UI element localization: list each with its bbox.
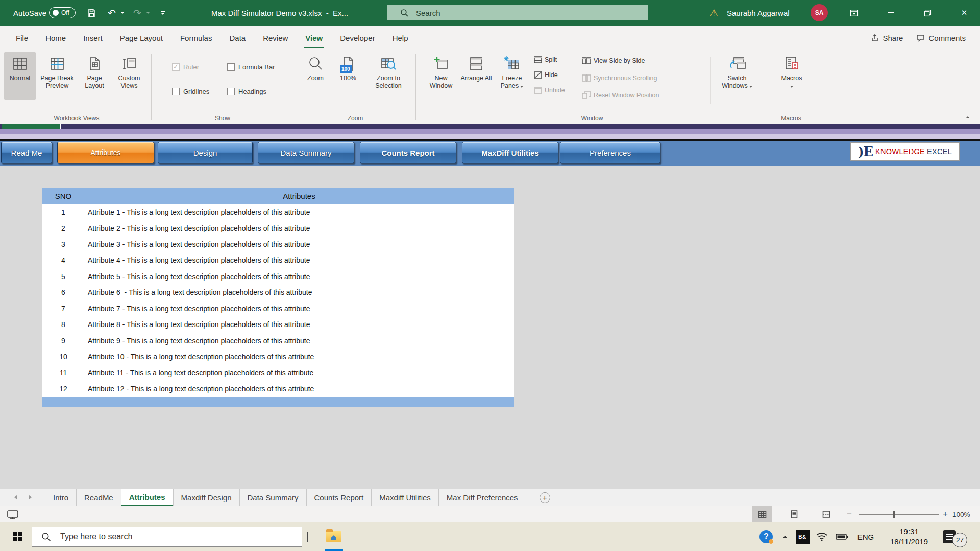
titlebar-search[interactable]: [387, 5, 648, 20]
row-attribute-cell[interactable]: Attribute 5 - This is a long text descri…: [84, 272, 514, 281]
nav-button[interactable]: Data Summary: [258, 142, 354, 163]
gridlines-checkbox[interactable]: Gridlines: [172, 88, 209, 95]
redo-dropdown-icon[interactable]: [146, 10, 151, 15]
sheet-tab[interactable]: Max Diff Preferences: [438, 489, 526, 506]
headings-checkbox[interactable]: Headings: [227, 88, 266, 95]
ribbon-tab[interactable]: View: [297, 26, 331, 50]
share-button[interactable]: Share: [871, 34, 903, 42]
sheet-tab[interactable]: Intro: [45, 489, 76, 506]
zoom-out-button[interactable]: −: [844, 506, 855, 522]
ribbon-display-options-button[interactable]: [842, 0, 866, 26]
sheet-tab[interactable]: Attributes: [121, 489, 173, 506]
close-button[interactable]: ✕: [952, 0, 976, 26]
zoom-to-selection-button[interactable]: Zoom to Selection: [365, 52, 411, 100]
autosave-toggle[interactable]: Off: [49, 7, 76, 18]
taskbar-search[interactable]: [32, 527, 302, 547]
formula-bar-checkbox[interactable]: Formula Bar: [227, 63, 275, 71]
nav-button[interactable]: Attributes: [57, 142, 154, 163]
ribbon-tab[interactable]: Formulas: [172, 26, 221, 50]
sheet-tab[interactable]: Maxdiff Design: [173, 489, 239, 506]
nav-button[interactable]: Counts Report: [360, 142, 456, 163]
restore-button[interactable]: [916, 0, 939, 26]
macros-button[interactable]: Macros: [773, 52, 811, 100]
redo-button[interactable]: ↷: [129, 0, 146, 26]
nav-button[interactable]: MaxDiff Utilities: [462, 142, 558, 163]
comments-button[interactable]: Comments: [916, 34, 966, 42]
sheet-tab[interactable]: Data Summary: [239, 489, 306, 506]
row-sno-cell[interactable]: 6: [42, 288, 84, 296]
sheet-tab[interactable]: Counts Report: [306, 489, 372, 506]
zoom-slider-track[interactable]: [859, 514, 939, 515]
reset-window-position-button[interactable]: Reset Window Position: [582, 89, 659, 102]
zoom-slider-thumb[interactable]: [893, 511, 895, 518]
language-indicator[interactable]: ENG: [854, 522, 877, 551]
row-sno-cell[interactable]: 4: [42, 256, 84, 264]
page-break-shortcut[interactable]: [816, 506, 837, 522]
notification-badge[interactable]: 27: [952, 533, 967, 547]
undo-dropdown-icon[interactable]: [120, 10, 126, 15]
page-break-preview-button[interactable]: Page Break Preview: [37, 52, 78, 100]
normal-view-shortcut[interactable]: [752, 506, 772, 522]
unhide-button[interactable]: Unhide: [534, 84, 565, 97]
ribbon-tab[interactable]: Review: [254, 26, 297, 50]
sheet-tab[interactable]: Maxdiff Utilities: [371, 489, 438, 506]
user-name[interactable]: Saurabh Aggarwal: [727, 0, 790, 26]
start-button[interactable]: [7, 522, 28, 551]
taskbar-search-input[interactable]: [60, 532, 275, 541]
ribbon-tab[interactable]: Page Layout: [111, 26, 172, 50]
new-window-button[interactable]: New Window: [424, 52, 458, 100]
nav-button[interactable]: Design: [158, 142, 253, 163]
nav-button[interactable]: Read Me: [1, 142, 52, 163]
hide-button[interactable]: Hide: [534, 68, 558, 82]
row-attribute-cell[interactable]: Attribute 8 - This is a long text descri…: [84, 320, 514, 329]
avatar[interactable]: SA: [811, 4, 828, 21]
sheet-tab[interactable]: ReadMe: [76, 489, 121, 506]
ribbon-tab[interactable]: Help: [384, 26, 417, 50]
row-attribute-cell[interactable]: Attribute 10 - This is a long text descr…: [84, 353, 514, 361]
row-sno-cell[interactable]: 10: [42, 353, 84, 361]
ribbon-tab[interactable]: Developer: [331, 26, 383, 50]
row-attribute-cell[interactable]: Attribute 9 - This is a long text descri…: [84, 337, 514, 345]
titlebar-search-input[interactable]: [416, 9, 610, 17]
row-sno-cell[interactable]: 8: [42, 320, 84, 329]
zoom-level[interactable]: 100%: [952, 506, 970, 522]
row-attribute-cell[interactable]: Attribute 2 - This is a long text descri…: [84, 224, 514, 232]
customize-qat-button[interactable]: [154, 0, 172, 26]
zoom-100-button[interactable]: 100 100%: [333, 52, 363, 100]
ribbon-tab[interactable]: Home: [37, 26, 75, 50]
bang-olufsen-tray-icon[interactable]: B&: [794, 522, 811, 551]
row-attribute-cell[interactable]: Attribute 11 - This is a long text descr…: [84, 369, 514, 377]
page-layout-view-button[interactable]: Page Layout: [79, 52, 110, 100]
row-sno-cell[interactable]: 1: [42, 208, 84, 216]
custom-views-button[interactable]: Custom Views: [111, 52, 147, 100]
row-sno-cell[interactable]: 3: [42, 240, 84, 248]
save-button[interactable]: [83, 0, 100, 26]
row-sno-cell[interactable]: 9: [42, 337, 84, 345]
row-sno-cell[interactable]: 11: [42, 369, 84, 377]
row-attribute-cell[interactable]: Attribute 7 - This is a long text descri…: [84, 305, 514, 313]
page-layout-shortcut[interactable]: [784, 506, 804, 522]
row-sno-cell[interactable]: 5: [42, 272, 84, 281]
file-explorer-taskbar-icon[interactable]: [322, 522, 346, 551]
row-attribute-cell[interactable]: Attribute 6 - This is a long text descri…: [84, 288, 514, 296]
sheet-scroll-right-button[interactable]: [29, 495, 32, 500]
nav-button[interactable]: Preferences: [560, 142, 660, 163]
show-hidden-icons-button[interactable]: [779, 522, 791, 551]
arrange-all-button[interactable]: Arrange All: [460, 52, 492, 100]
freeze-panes-button[interactable]: Freeze Panes: [493, 52, 531, 100]
help-tray-icon[interactable]: ?: [757, 522, 775, 551]
ruler-checkbox[interactable]: Ruler: [172, 63, 199, 71]
switch-windows-button[interactable]: Switch Windows: [715, 52, 760, 100]
normal-view-button[interactable]: Normal: [4, 52, 36, 100]
new-sheet-button[interactable]: +: [540, 492, 550, 503]
minimize-button[interactable]: [879, 0, 902, 26]
view-side-by-side-button[interactable]: View Side by Side: [582, 54, 645, 67]
row-attribute-cell[interactable]: Attribute 1 - This is a long text descri…: [84, 208, 514, 216]
split-button[interactable]: Split: [534, 53, 557, 66]
worksheet-area[interactable]: SNO Attributes 1 Attribute 1 - This is a…: [0, 166, 980, 489]
row-sno-cell[interactable]: 12: [42, 385, 84, 393]
collapse-ribbon-button[interactable]: [962, 112, 974, 122]
sheet-scroll-left-button[interactable]: [14, 495, 17, 500]
row-attribute-cell[interactable]: Attribute 12 - This is a long text descr…: [84, 385, 514, 393]
ribbon-tab[interactable]: Data: [220, 26, 254, 50]
